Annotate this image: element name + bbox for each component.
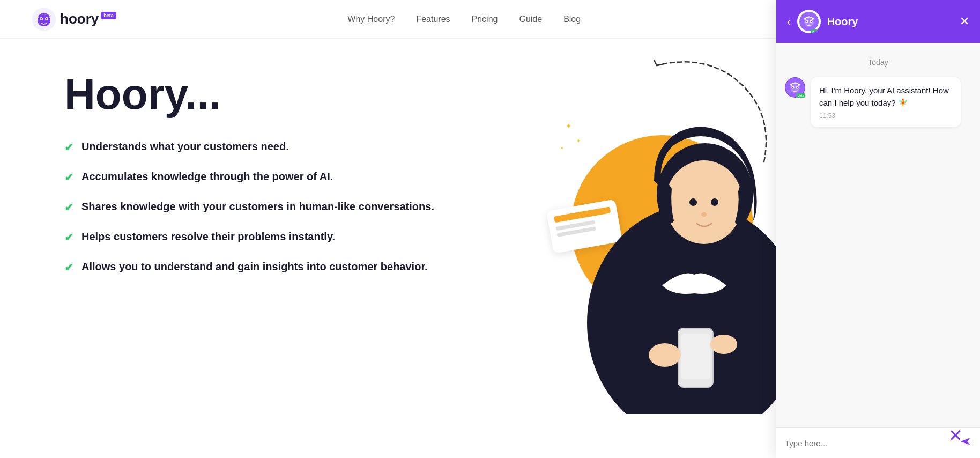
chat-body: Today beta Hi, I'm Hoory, you xyxy=(776,43,980,427)
nav-links: Why Hoory? Features Pricing Guide Blog xyxy=(347,14,581,24)
chat-bubble-text: Hi, I'm Hoory, your AI assistant! How ca… xyxy=(819,85,952,109)
left-panel: Hoory... ✔ Understands what your custome… xyxy=(0,39,539,307)
logo-text: hoory xyxy=(60,11,99,27)
chat-msg-avatar: beta xyxy=(785,77,805,98)
chat-name: Hoory xyxy=(827,16,953,28)
close-icon: ✕ xyxy=(948,425,963,446)
feature-text-1: Understands what your customers need. xyxy=(81,139,289,153)
svg-point-16 xyxy=(649,343,681,367)
svg-point-4 xyxy=(41,18,42,19)
svg-point-11 xyxy=(689,198,697,206)
svg-point-31 xyxy=(797,87,798,88)
svg-point-10 xyxy=(665,160,743,244)
check-icon-5: ✔ xyxy=(64,261,74,275)
feature-item-1: ✔ Understands what your customers need. xyxy=(64,139,507,154)
feature-text-2: Accumulates knowledge through the power … xyxy=(81,169,333,183)
svg-point-6 xyxy=(39,14,41,17)
logo-icon xyxy=(32,8,56,31)
bottom-close-button[interactable]: ✕ xyxy=(944,424,967,447)
chat-bubble: Hi, I'm Hoory, your AI assistant! How ca… xyxy=(811,77,961,127)
chat-input[interactable] xyxy=(785,439,954,448)
feature-item-4: ✔ Helps customers resolve their problems… xyxy=(64,230,507,245)
chat-back-button[interactable]: ‹ xyxy=(787,16,791,28)
chat-widget: ‹ beta Hoory ✕ Today xyxy=(776,0,980,458)
svg-point-12 xyxy=(711,198,718,206)
chat-message-row: beta Hi, I'm Hoory, your AI assistant! H… xyxy=(785,77,971,127)
hero-title: Hoory... xyxy=(64,71,507,118)
chat-header: ‹ beta Hoory ✕ xyxy=(776,0,980,43)
svg-point-23 xyxy=(810,21,811,22)
chat-beta-badge: beta xyxy=(811,29,820,33)
nav-why-hoory[interactable]: Why Hoory? xyxy=(347,14,395,24)
features-list: ✔ Understands what your customers need. … xyxy=(64,139,507,275)
feature-item-3: ✔ Shares knowledge with your customers i… xyxy=(64,200,507,215)
svg-point-25 xyxy=(812,18,814,20)
svg-point-17 xyxy=(710,335,737,354)
msg-beta-badge: beta xyxy=(797,93,805,98)
check-icon-2: ✔ xyxy=(64,171,74,184)
check-icon-1: ✔ xyxy=(64,141,74,154)
chat-avatar: beta xyxy=(797,10,821,33)
nav-features[interactable]: Features xyxy=(416,14,450,24)
logo-area: hoory beta xyxy=(32,8,116,31)
chat-date-label: Today xyxy=(785,58,971,67)
nav-guide[interactable]: Guide xyxy=(519,14,542,24)
svg-point-30 xyxy=(792,87,793,88)
svg-point-13 xyxy=(701,212,707,217)
svg-point-5 xyxy=(46,18,48,19)
svg-point-32 xyxy=(790,84,792,86)
feature-text-5: Allows you to understand and gain insigh… xyxy=(81,260,428,274)
beta-badge: beta xyxy=(101,12,116,19)
nav-pricing[interactable]: Pricing xyxy=(472,14,498,24)
feature-item-2: ✔ Accumulates knowledge through the powe… xyxy=(64,169,507,184)
nav-blog[interactable]: Blog xyxy=(563,14,581,24)
chat-header-close-button[interactable]: ✕ xyxy=(960,14,969,28)
feature-text-3: Shares knowledge with your customers in … xyxy=(81,200,434,213)
feature-item-5: ✔ Allows you to understand and gain insi… xyxy=(64,260,507,275)
svg-point-33 xyxy=(798,84,800,86)
check-icon-4: ✔ xyxy=(64,231,74,245)
svg-point-24 xyxy=(804,18,806,20)
hoory-avatar-icon xyxy=(799,12,819,31)
svg-point-7 xyxy=(47,14,50,17)
chat-message-time: 11:53 xyxy=(819,112,952,120)
check-icon-3: ✔ xyxy=(64,201,74,215)
feature-text-4: Helps customers resolve their problems i… xyxy=(81,230,335,243)
svg-rect-15 xyxy=(681,334,710,379)
svg-point-22 xyxy=(806,21,807,22)
